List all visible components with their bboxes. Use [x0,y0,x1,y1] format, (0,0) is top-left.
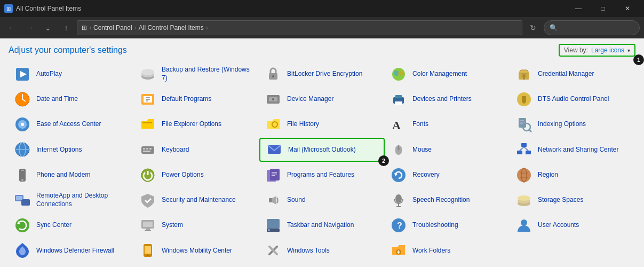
svg-rect-84 [143,222,153,227]
svg-text:?: ? [397,221,402,230]
item-keyboard[interactable]: Keyboard [134,138,259,162]
icon-fileexplorer [138,115,157,134]
item-user[interactable]: User Accounts [510,214,635,238]
item-dts[interactable]: DTS Audio Control Panel [510,87,635,111]
svg-rect-36 [520,122,525,123]
label-taskbar: Taskbar and Navigation [287,221,354,230]
item-region[interactable]: Region [510,163,635,187]
svg-point-9 [398,70,403,76]
item-taskbar[interactable]: Taskbar and Navigation [259,214,385,238]
item-troubleshoot[interactable]: ?Troubleshooting [385,214,510,238]
item-bitlocker[interactable]: BitLocker Drive Encryption [259,62,385,86]
item-colormgmt[interactable]: Color Management [385,62,510,86]
item-phone[interactable]: Phone and Modem [9,163,134,187]
search-box[interactable]: 🔍 [544,20,640,35]
item-fileexplorer[interactable]: File Explorer Options [134,113,259,137]
item-backup[interactable]: Backup and Restore (Windows 7) [134,62,259,86]
svg-point-92 [521,219,527,226]
refresh-button[interactable]: ↻ [526,20,540,35]
svg-point-51 [397,147,400,150]
back-button[interactable]: ← [4,20,19,35]
svg-line-39 [529,130,531,132]
item-windowsmobility[interactable]: Windows Mobility Center [134,239,259,263]
svg-rect-45 [146,148,148,150]
label-autoplay: AutoPlay [36,70,62,78]
maximize-button[interactable]: □ [591,0,615,17]
close-button[interactable]: ✕ [615,0,640,17]
item-filehistory[interactable]: File History [259,113,385,137]
search-icon: 🔍 [550,24,558,32]
svg-text:A: A [392,119,401,132]
label-defaultprog: Default Programs [162,95,211,104]
item-credential[interactable]: Credential Manager [510,62,635,86]
icon-filehistory [264,115,283,134]
item-wdfirewall[interactable]: Windows Defender Firewall [9,239,134,263]
item-devmgr[interactable]: Device Manager [259,87,385,111]
item-programs[interactable]: Programs and Features [259,163,385,187]
svg-rect-87 [267,219,280,229]
badge-1: 1 [633,54,644,65]
item-fonts[interactable]: AFonts [385,113,510,137]
label-region: Region [538,171,558,179]
svg-rect-12 [523,77,525,80]
minimize-button[interactable]: — [566,0,591,17]
svg-point-27 [523,101,525,104]
icon-sound [264,191,283,210]
title-bar: ⊞ All Control Panel Items — □ ✕ [0,0,644,17]
content-header: Adjust your computer's settings View by:… [0,38,644,60]
svg-rect-43 [141,146,154,154]
label-remoteapp: RemoteApp and Desktop Connections [36,192,130,208]
icon-bitlocker [264,65,283,84]
item-speech[interactable]: Speech Recognition [385,188,510,212]
bc-control-panel: Control Panel [93,24,132,32]
item-devprinters[interactable]: Devices and Printers [385,87,510,111]
icon-network [514,140,534,159]
view-by-arrow-icon: ▾ [627,48,630,53]
item-sound[interactable]: Sound [259,188,385,212]
item-mail[interactable]: Mail (Microsoft Outlook)2 [259,138,385,162]
window-title: All Control Panel Items [16,5,566,12]
icon-windowsmobility [138,241,157,260]
label-backup: Backup and Restore (Windows 7) [162,66,255,82]
label-storage: Storage Spaces [538,196,583,205]
icon-backup [138,65,157,84]
item-storage[interactable]: Storage Spaces [510,188,635,212]
view-by-control[interactable]: View by: Large icons ▾ 1 [559,44,635,57]
item-autoplay[interactable]: AutoPlay [9,62,134,86]
recent-button[interactable]: ⌄ [41,20,55,35]
item-ease[interactable]: Ease of Access Center [9,113,134,137]
svg-point-11 [522,74,526,77]
item-datetime[interactable]: Date and Time [9,87,134,111]
label-sync: Sync Center [36,221,71,230]
label-devmgr: Device Manager [287,95,333,104]
up-button[interactable]: ↑ [59,20,74,35]
icon-devprinters [389,90,408,109]
icon-mouse [389,140,408,159]
item-windowstools[interactable]: Windows Tools [259,239,385,263]
svg-rect-54 [526,151,531,154]
item-internet[interactable]: Internet Options [9,138,134,162]
item-defaultprog[interactable]: Default Programs [134,87,259,111]
forward-button[interactable]: → [22,20,37,35]
icon-credential [514,65,534,84]
label-mail: Mail (Microsoft Outlook) [288,146,356,154]
item-recovery[interactable]: Recovery [385,163,510,187]
svg-rect-46 [149,148,152,150]
item-workfolders[interactable]: Work Folders [385,239,510,263]
item-power[interactable]: Power Options [134,163,259,187]
address-bar: ← → ⌄ ↑ ⊞ › Control Panel › All Control … [0,17,644,38]
svg-point-4 [141,69,154,75]
label-windowsmobility: Windows Mobility Center [162,247,232,255]
address-field[interactable]: ⊞ › Control Panel › All Control Panel It… [77,20,522,35]
item-sync[interactable]: Sync Center [9,214,134,238]
item-remoteapp[interactable]: RemoteApp and Desktop Connections [9,188,134,212]
svg-rect-44 [143,148,145,150]
item-indexing[interactable]: Indexing Options [510,113,635,137]
item-mouse[interactable]: Mouse [385,138,510,162]
badge-2: 2 [378,155,389,166]
label-workfolders: Work Folders [412,247,450,255]
item-system[interactable]: System [134,214,259,238]
item-security[interactable]: Security and Maintenance [134,188,259,212]
item-network[interactable]: Network and Sharing Center [510,138,635,162]
label-phone: Phone and Modem [36,171,90,179]
